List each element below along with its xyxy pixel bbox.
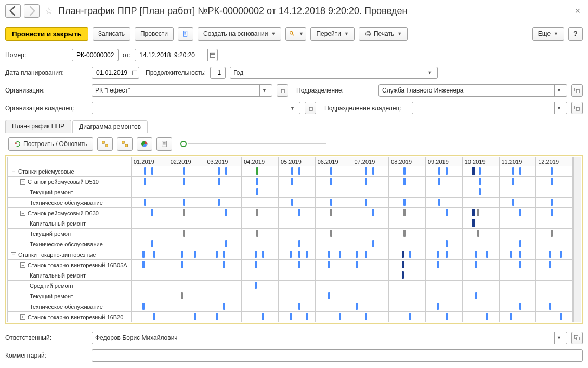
gantt-bar[interactable] (298, 240, 300, 247)
gantt-bar[interactable] (560, 313, 562, 320)
gantt-bar[interactable] (403, 230, 406, 237)
gantt-bar[interactable] (144, 178, 146, 185)
zoom-knob-icon[interactable] (180, 141, 187, 147)
chevron-down-icon[interactable]: ▼ (554, 332, 564, 344)
collapse-icon[interactable]: − (20, 262, 25, 268)
gantt-bar[interactable] (486, 313, 488, 320)
gantt-bar[interactable] (403, 178, 406, 185)
tree-cell[interactable]: Техническое обслуживание (8, 198, 132, 207)
tree-cell[interactable]: Техническое обслуживание (8, 239, 132, 249)
nav-forward-button[interactable] (24, 4, 40, 18)
gantt-bar[interactable] (256, 178, 258, 185)
collapse-icon[interactable]: − (20, 179, 25, 185)
gantt-bar[interactable] (183, 199, 185, 206)
gantt-bar[interactable] (291, 167, 293, 175)
gantt-bar[interactable] (153, 313, 155, 320)
gantt-bar[interactable] (183, 167, 185, 175)
gantt-bar[interactable] (256, 209, 258, 216)
gantt-bar[interactable] (306, 313, 308, 320)
gantt-bar[interactable] (181, 261, 183, 268)
create-based-on-button[interactable]: Создать на основании▼ (198, 27, 281, 41)
gantt-bar[interactable] (549, 251, 551, 258)
collapse-icon[interactable]: − (11, 252, 16, 257)
gantt-bar[interactable] (486, 251, 488, 258)
gantt-bar[interactable] (223, 251, 225, 258)
more-button[interactable]: Еще▼ (532, 27, 564, 41)
close-icon[interactable]: ✕ (572, 7, 583, 15)
gantt-bar[interactable] (262, 313, 264, 320)
gantt-bar[interactable] (512, 178, 514, 185)
expand-icon[interactable]: + (20, 314, 25, 320)
gantt-bar[interactable] (223, 303, 225, 310)
duration-input[interactable] (210, 67, 226, 79)
gantt-bar[interactable] (560, 251, 562, 258)
gantt-bar[interactable] (153, 251, 155, 258)
gantt-bar[interactable] (365, 167, 367, 175)
gantt-bar[interactable] (438, 199, 440, 206)
favorite-star-icon[interactable]: ☆ (43, 5, 55, 17)
gantt-bar[interactable] (144, 199, 146, 206)
chevron-down-icon[interactable]: ▼ (259, 85, 269, 96)
comment-input[interactable] (92, 349, 583, 362)
gantt-bar[interactable] (472, 219, 475, 227)
calendar-icon[interactable] (130, 67, 139, 78)
conduct-and-close-button[interactable]: Провести и закрыть (5, 27, 88, 41)
gantt-bar[interactable] (475, 251, 477, 258)
gantt-bar[interactable] (551, 230, 553, 237)
tree-cell[interactable]: −Станок токарно-винторезный 16В05А (8, 260, 132, 270)
gantt-bar[interactable] (142, 251, 145, 258)
gantt-bar[interactable] (519, 209, 521, 216)
gantt-bar[interactable] (194, 313, 196, 320)
gantt-bar[interactable] (446, 209, 448, 216)
gantt-bar[interactable] (255, 261, 257, 268)
gantt-bar[interactable] (510, 251, 512, 258)
gantt-bar[interactable] (372, 209, 374, 216)
duration-unit-select[interactable]: Год ▼ (230, 67, 438, 79)
attachments-button[interactable]: ▼ (285, 27, 306, 41)
gantt-bar[interactable] (194, 251, 196, 258)
gantt-bar[interactable] (438, 167, 440, 175)
gantt-bar[interactable] (446, 240, 448, 247)
gantt-bar[interactable] (446, 251, 448, 258)
gantt-bar[interactable] (218, 167, 220, 175)
gantt-bar[interactable] (372, 240, 374, 247)
tree-cell[interactable]: +Станок токарно-винторезный 16В20 (8, 312, 132, 322)
gantt-bar[interactable] (290, 313, 292, 320)
gantt-bar[interactable] (151, 240, 153, 247)
chevron-down-icon[interactable]: ▼ (288, 102, 297, 114)
gantt-bar[interactable] (339, 313, 341, 320)
tree-cell[interactable]: −Станки токарно-винторезные (8, 249, 132, 259)
gantt-bar[interactable] (216, 313, 218, 320)
save-button[interactable]: Записать (93, 27, 130, 41)
chevron-down-icon[interactable]: ▼ (554, 85, 564, 96)
calendar-icon[interactable] (207, 49, 217, 61)
zoom-slider[interactable] (180, 140, 326, 148)
gantt-bar[interactable] (144, 167, 146, 175)
gantt-bar[interactable] (183, 230, 185, 237)
gantt-bar[interactable] (216, 251, 218, 258)
gantt-bar[interactable] (183, 178, 185, 185)
goto-button[interactable]: Перейти▼ (310, 27, 354, 41)
gantt-bar[interactable] (256, 167, 258, 175)
tree-cell[interactable]: −Станок рейсмусовый D630 (8, 208, 132, 218)
gantt-bar[interactable] (409, 251, 411, 258)
gantt-bar[interactable] (356, 303, 358, 310)
tree-cell[interactable]: Техническое обслуживание (8, 301, 132, 311)
gantt-bar[interactable] (403, 199, 406, 206)
gantt-bar[interactable] (472, 167, 475, 175)
tab-plan[interactable]: План-график ППР (5, 120, 71, 133)
gantt-bar[interactable] (225, 240, 227, 247)
gantt-bar[interactable] (437, 303, 439, 310)
collapse-icon[interactable]: − (20, 211, 25, 216)
gantt-bar[interactable] (437, 251, 439, 258)
gantt-bar[interactable] (512, 167, 514, 175)
gantt-bar[interactable] (142, 303, 145, 310)
collapse-icon[interactable]: − (11, 169, 16, 174)
gantt-bar[interactable] (330, 199, 332, 206)
gantt-bar[interactable] (512, 199, 514, 206)
gantt-bar[interactable] (372, 167, 374, 175)
gantt-bar[interactable] (218, 199, 220, 206)
gantt-bar[interactable] (225, 209, 227, 216)
gantt-bar[interactable] (330, 230, 332, 237)
tree-cell[interactable]: Текущий ремонт (8, 229, 132, 239)
